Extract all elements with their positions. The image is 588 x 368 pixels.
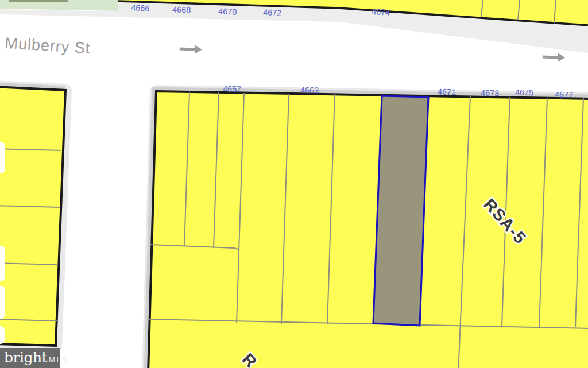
parcel-number-label: 4671 [438, 87, 457, 97]
west-city-block [0, 84, 65, 346]
parcel-number-label: 4666 [131, 3, 150, 13]
parcel-number-label: 4677 [555, 90, 574, 100]
highlighted-parcel[interactable] [373, 96, 428, 326]
parcel-number-label: 4674 [372, 7, 390, 17]
parcel-number-label: 4672 [263, 7, 282, 18]
parcel-number-label: 4663 [300, 86, 319, 95]
parcel-map-viewport[interactable]: 4666 4668 4670 4672 4674 4657 4663 4671 … [0, 0, 588, 368]
parcel-number-label: 4657 [223, 84, 242, 94]
parcel-number-label: 4675 [515, 88, 534, 98]
brightmls-suffix-text: MLS [49, 355, 68, 364]
brightmls-watermark: bright MLS [0, 348, 60, 368]
parcel-number-label: 4668 [172, 5, 191, 15]
street-direction-arrow-icon [180, 45, 202, 54]
parcel-number-label: 4670 [218, 6, 237, 17]
street-name-label: Mulberry St [5, 34, 91, 57]
brightmls-brand-text: bright [4, 348, 47, 367]
street-direction-arrow-icon [543, 53, 565, 62]
green-area-road-edge [9, 0, 68, 2]
parcel-map[interactable]: 4666 4668 4670 4672 4674 4657 4663 4671 … [0, 0, 588, 368]
parcel-number-label: 4673 [481, 88, 500, 98]
